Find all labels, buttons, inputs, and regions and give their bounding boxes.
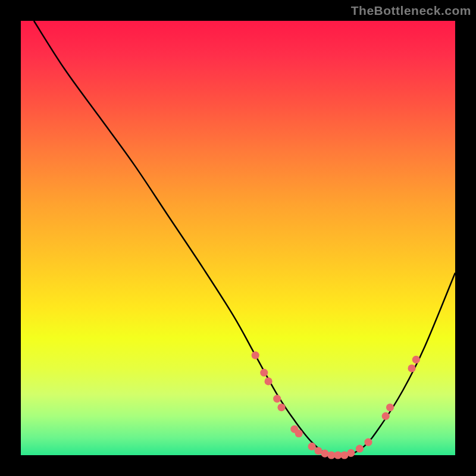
watermark-label: TheBottleneck.com [351,4,471,18]
plot-background [21,21,455,455]
chart-frame: TheBottleneck.com [0,0,476,476]
